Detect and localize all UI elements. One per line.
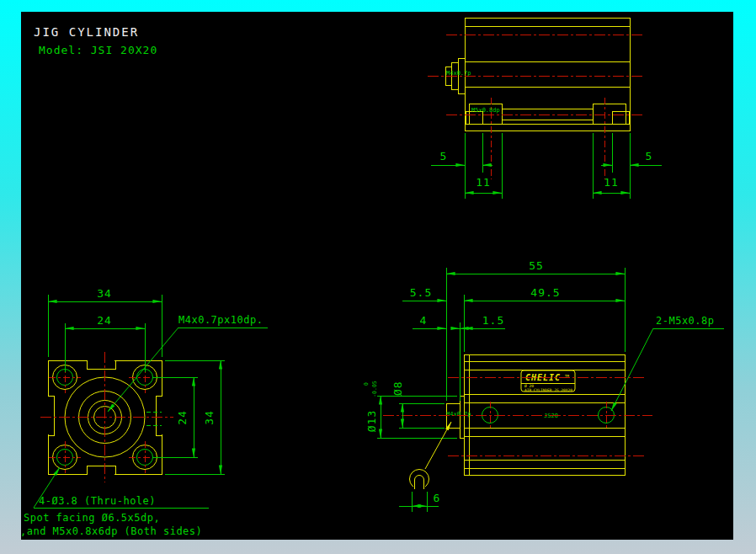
front-view-thread-callout: M4x0.7px10dp. <box>178 314 263 326</box>
side-view-dim-1-5: 1.5 <box>482 314 504 327</box>
side-view-dim-dia8: Ø8 <box>391 381 404 396</box>
cad-viewer-window: JIG CYLINDER Model: JSI 20X20 M4x0.7p M5… <box>0 0 756 554</box>
drawing-model: Model: JSI 20X20 <box>39 44 157 56</box>
front-view-dim-24-right: 24 <box>176 410 189 425</box>
side-view-dim-6: 6 <box>434 492 441 504</box>
side-view-dim-55: 55 <box>529 259 544 272</box>
front-view-dim-34-top: 34 <box>97 287 112 300</box>
front-view-thread-depth-note: ,and M5x0.8x6dp (Both sides) <box>20 525 202 537</box>
side-view-dim-49-5: 49.5 <box>530 286 560 299</box>
side-view-dia13-tol-upper: 0 <box>363 382 370 386</box>
top-view-rod-thread-label: M4x0.7p <box>446 70 471 77</box>
cad-canvas: JIG CYLINDER Model: JSI 20X20 M4x0.7p M5… <box>0 0 756 554</box>
drawing-title: JIG CYLINDER <box>34 25 139 39</box>
side-view-dim-dia13: Ø13 <box>365 410 378 432</box>
front-view-spot-facing-note: Spot facing Ø6.5x5dp, <box>24 512 160 524</box>
side-view-rod-thread-label: M4x0.7p <box>446 411 471 418</box>
side-view-dim-4: 4 <box>420 314 428 327</box>
top-view-mount-thread-label: M5x0.8dp <box>471 107 500 114</box>
drawing-area <box>21 12 733 540</box>
top-view-dim-11-right: 11 <box>604 176 619 189</box>
top-view-dim-5-left: 5 <box>440 150 448 162</box>
front-view-dim-34-right: 34 <box>203 410 216 425</box>
side-view-dia13-tol-lower: -0.05 <box>371 381 378 397</box>
top-view-dim-5-right: 5 <box>646 150 653 162</box>
logo-sub2: AIR CYLINDER JS 20X20 <box>524 388 572 392</box>
front-view-dim-24-top: 24 <box>97 314 112 327</box>
side-view-marking: JS20 <box>544 413 558 419</box>
side-view-port-callout: 2-M5x0.8p <box>656 315 715 327</box>
side-view-dim-5-5: 5.5 <box>410 286 432 299</box>
front-view-thru-hole-note: 4-Ø3.8 (Thru-hole) <box>39 495 156 507</box>
top-view-dim-11-left: 11 <box>476 176 491 189</box>
